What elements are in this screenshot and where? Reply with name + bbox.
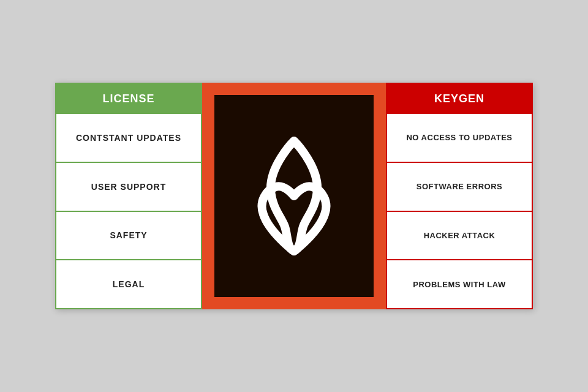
- license-header: LICENSE: [56, 84, 201, 114]
- license-item-safety: SAFETY: [56, 212, 201, 261]
- license-item-user-support: USER SUPPORT: [56, 163, 201, 212]
- adobe-acrobat-icon: [245, 129, 343, 263]
- keygen-item-problems-with-law: PROBLEMS WITH LAW: [387, 260, 532, 308]
- license-panel: LICENSE CONTSTANT UPDATES USER SUPPORT S…: [55, 83, 202, 309]
- keygen-header: KEYGEN: [387, 84, 532, 114]
- keygen-item-hacker-attack: HACKER ATTACK: [387, 212, 532, 261]
- keygen-item-no-access: NO ACCESS TO UPDATES: [387, 114, 532, 163]
- center-panel: [202, 83, 386, 309]
- main-container: LICENSE CONTSTANT UPDATES USER SUPPORT S…: [55, 83, 533, 309]
- adobe-logo-box: [214, 95, 374, 297]
- license-item-legal: LEGAL: [56, 260, 201, 308]
- keygen-panel: KEYGEN NO ACCESS TO UPDATES SOFTWARE ERR…: [386, 83, 533, 309]
- keygen-item-software-errors: SOFTWARE ERRORS: [387, 163, 532, 212]
- license-item-constant-updates: CONTSTANT UPDATES: [56, 114, 201, 163]
